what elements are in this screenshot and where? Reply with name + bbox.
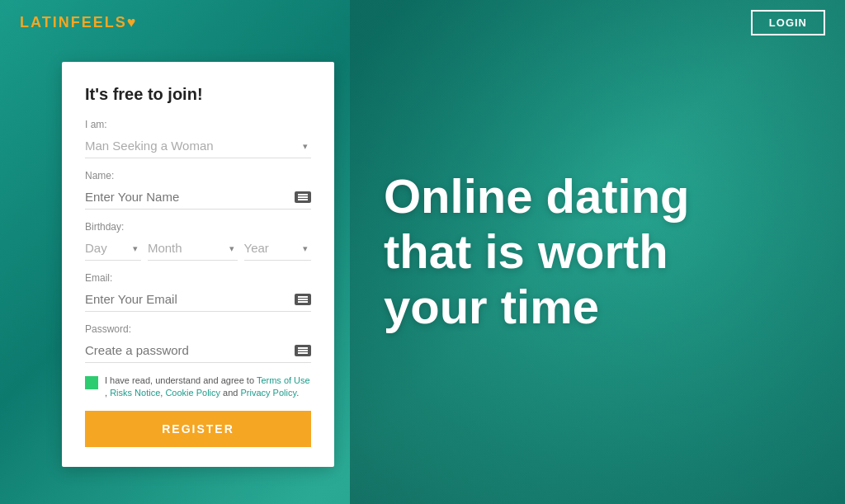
tagline: Online dating that is worth your time: [334, 169, 845, 334]
email-label: Email:: [85, 272, 311, 284]
email-icon: [295, 294, 311, 305]
terms-prefix: I have read, understand and agree to: [105, 375, 257, 385]
header: LATINFEELS♥ LOGIN: [0, 0, 845, 45]
main-content: It's free to join! I am: Man Seeking a W…: [0, 0, 845, 504]
password-input[interactable]: [85, 338, 311, 363]
name-field: Name:: [85, 170, 311, 210]
password-label: Password:: [85, 323, 311, 335]
password-icon: [295, 345, 311, 356]
risks-link[interactable]: Risks Notice: [110, 388, 160, 398]
terms-checkbox[interactable]: [85, 376, 98, 389]
tagline-text: Online dating that is worth your time: [384, 169, 812, 334]
logo-symbol: ♥: [127, 14, 138, 31]
logo-text: LATINFEELS: [20, 14, 127, 31]
registration-card: It's free to join! I am: Man Seeking a W…: [62, 62, 334, 468]
year-select-wrapper: Year 2000 1999: [244, 236, 311, 261]
year-select[interactable]: Year 2000 1999: [244, 236, 311, 261]
name-input-wrapper: [85, 185, 311, 210]
seeking-select-wrapper: Man Seeking a Woman Woman Seeking a Man …: [85, 134, 311, 158]
seeking-label: I am:: [85, 119, 311, 130]
password-field: Password:: [85, 323, 311, 363]
and-text: and: [220, 388, 240, 398]
name-icon: [295, 191, 311, 203]
terms-text: I have read, understand and agree to Ter…: [105, 374, 311, 400]
logo: LATINFEELS♥: [20, 14, 137, 31]
email-input[interactable]: [85, 287, 311, 312]
terms-row: I have read, understand and agree to Ter…: [85, 374, 311, 400]
email-input-wrapper: [85, 287, 311, 312]
cookie-link[interactable]: Cookie Policy: [165, 388, 220, 398]
day-select[interactable]: Day 1 2 3: [85, 236, 141, 261]
tagline-line3: your time: [384, 280, 812, 335]
email-field: Email:: [85, 272, 311, 312]
seeking-field: I am: Man Seeking a Woman Woman Seeking …: [85, 119, 311, 158]
seeking-select[interactable]: Man Seeking a Woman Woman Seeking a Man …: [85, 134, 311, 158]
birthday-field: Birthday: Day 1 2 3 Month January Februa…: [85, 221, 311, 261]
name-input[interactable]: [85, 185, 311, 210]
privacy-link[interactable]: Privacy Policy: [240, 388, 296, 398]
tagline-line1: Online dating: [384, 169, 812, 224]
tagline-line2: that is worth: [384, 224, 812, 280]
card-title: It's free to join!: [85, 85, 311, 104]
birthday-label: Birthday:: [85, 221, 311, 233]
period: .: [296, 388, 299, 398]
birthday-row: Day 1 2 3 Month January February Yea: [85, 236, 311, 261]
terms-link[interactable]: Terms of Use: [257, 375, 310, 385]
day-select-wrapper: Day 1 2 3: [85, 236, 141, 261]
login-button[interactable]: LOGIN: [751, 10, 825, 35]
password-input-wrapper: [85, 338, 311, 363]
register-button[interactable]: REGISTER: [85, 411, 311, 447]
month-select[interactable]: Month January February: [148, 236, 238, 261]
name-label: Name:: [85, 170, 311, 181]
month-select-wrapper: Month January February: [148, 236, 238, 261]
